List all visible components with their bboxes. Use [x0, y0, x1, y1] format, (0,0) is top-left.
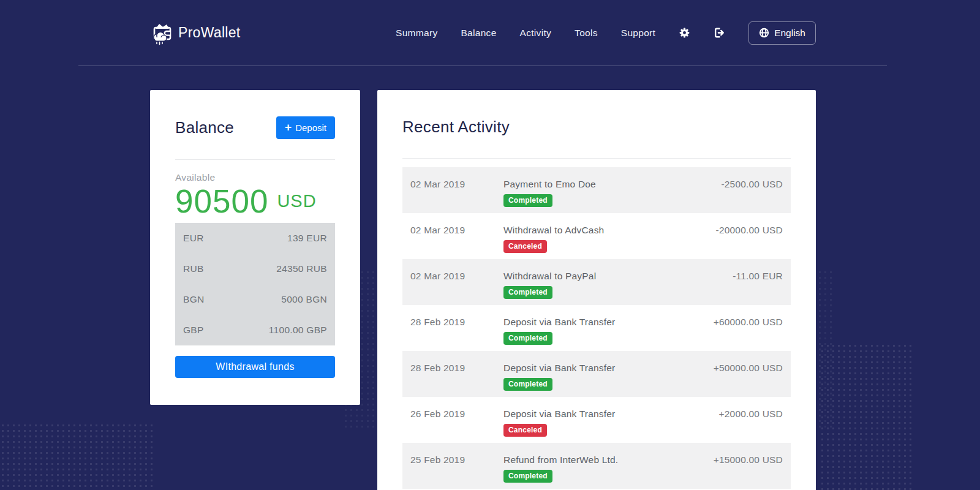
activity-date: 28 Feb 2019 — [410, 363, 503, 397]
balance-currency: USD — [277, 191, 316, 211]
activity-date: 28 Feb 2019 — [410, 317, 503, 351]
currency-code: EUR — [183, 233, 204, 244]
activity-date: 02 Mar 2019 — [410, 225, 503, 259]
world-map-dots — [0, 423, 156, 490]
globe-icon — [759, 28, 769, 38]
logout-button[interactable] — [714, 27, 725, 39]
nav-item-summary[interactable]: Summary — [396, 28, 437, 39]
recent-activity-title: Recent Activity — [402, 118, 791, 137]
balance-card-title: Balance — [175, 118, 234, 137]
currency-value: 1100.00 GBP — [269, 325, 327, 336]
activity-row[interactable]: 28 Feb 2019 Deposit via Bank Transfer Co… — [402, 351, 791, 397]
recent-activity-card: Recent Activity 02 Mar 2019 Payment to E… — [377, 90, 816, 490]
currency-code: RUB — [183, 263, 204, 274]
currency-code: GBP — [183, 325, 204, 336]
activity-date: 26 Feb 2019 — [410, 409, 503, 443]
activity-row[interactable]: 26 Feb 2019 Deposit via Bank Transfer Ca… — [402, 397, 791, 443]
activity-description: Deposit via Bank Transfer — [503, 317, 615, 328]
currency-code: BGN — [183, 294, 205, 305]
top-navbar: ProWallet SummaryBalanceActivityToolsSup… — [0, 0, 980, 66]
header-divider — [78, 66, 887, 66]
status-badge: Completed — [503, 194, 552, 207]
activity-list: 02 Mar 2019 Payment to Emo Doe Completed… — [402, 167, 791, 489]
activity-description: Refund from InterWeb Ltd. — [503, 454, 618, 466]
activity-row[interactable]: 02 Mar 2019 Payment to Emo Doe Completed… — [402, 167, 791, 213]
status-badge: Canceled — [503, 424, 547, 437]
nav-item-tools[interactable]: Tools — [575, 28, 598, 39]
activity-amount: +60000.00 USD — [714, 317, 783, 351]
balance-card: Balance + Deposit Available 90500 USD EU… — [150, 90, 360, 405]
wallet-logo-icon — [150, 21, 175, 45]
gear-icon — [679, 27, 690, 39]
activity-date: 02 Mar 2019 — [410, 271, 503, 305]
activity-description: Withdrawal to AdvCash — [503, 225, 604, 236]
activity-date: 02 Mar 2019 — [410, 179, 503, 213]
language-label: English — [774, 28, 805, 39]
currency-value: 5000 BGN — [281, 294, 327, 305]
status-badge: Completed — [503, 378, 552, 391]
plus-icon: + — [285, 121, 292, 133]
settings-button[interactable] — [679, 27, 690, 39]
status-badge: Completed — [503, 332, 552, 345]
activity-row[interactable]: 25 Feb 2019 Refund from InterWeb Ltd. Co… — [402, 443, 791, 489]
nav-item-activity[interactable]: Activity — [520, 28, 552, 39]
activity-row[interactable]: 02 Mar 2019 Withdrawal to AdvCash Cancel… — [402, 213, 791, 259]
activity-description: Deposit via Bank Transfer — [503, 363, 615, 374]
activity-amount: -11.00 EUR — [733, 271, 783, 305]
deposit-button-label: Deposit — [295, 123, 326, 133]
currency-balance-row: GBP 1100.00 GBP — [175, 315, 335, 345]
withdraw-button[interactable]: WIthdrawal funds — [175, 356, 335, 378]
currency-value: 24350 RUB — [276, 263, 327, 274]
activity-row[interactable]: 02 Mar 2019 Withdrawal to PayPal Complet… — [402, 259, 791, 305]
available-balance: 90500 USD — [175, 184, 335, 219]
activity-date: 25 Feb 2019 — [410, 454, 503, 489]
main-nav: SummaryBalanceActivityToolsSupport — [396, 0, 816, 66]
status-badge: Completed — [503, 470, 552, 483]
sign-out-icon — [714, 27, 725, 39]
currency-balance-row: BGN 5000 BGN — [175, 284, 335, 315]
activity-amount: +15000.00 USD — [714, 454, 783, 489]
status-badge: Canceled — [503, 240, 547, 253]
world-map-dots — [820, 343, 911, 490]
activity-description: Withdrawal to PayPal — [503, 271, 596, 282]
activity-description: Payment to Emo Doe — [503, 179, 596, 190]
nav-item-balance[interactable]: Balance — [461, 28, 496, 39]
brand-logo[interactable]: ProWallet — [150, 0, 241, 66]
activity-amount: +2000.00 USD — [718, 409, 783, 443]
available-label: Available — [175, 172, 335, 183]
currency-value: 139 EUR — [287, 233, 327, 244]
balance-amount: 90500 — [175, 184, 268, 219]
activity-row[interactable]: 28 Feb 2019 Deposit via Bank Transfer Co… — [402, 305, 791, 351]
currency-balance-row: RUB 24350 RUB — [175, 254, 335, 284]
brand-name: ProWallet — [178, 24, 241, 41]
divider — [175, 159, 335, 160]
nav-item-support[interactable]: Support — [621, 28, 655, 39]
currency-balances-table: EUR 139 EUR RUB 24350 RUB BGN 5000 BGN G… — [175, 223, 335, 345]
activity-amount: -20000.00 USD — [716, 225, 783, 259]
currency-balance-row: EUR 139 EUR — [175, 223, 335, 254]
language-selector[interactable]: English — [748, 21, 816, 45]
deposit-button[interactable]: + Deposit — [276, 116, 335, 139]
activity-amount: -2500.00 USD — [721, 179, 783, 213]
divider — [402, 158, 791, 159]
activity-description: Deposit via Bank Transfer — [503, 409, 615, 420]
activity-amount: +50000.00 USD — [714, 363, 783, 397]
status-badge: Completed — [503, 286, 552, 299]
